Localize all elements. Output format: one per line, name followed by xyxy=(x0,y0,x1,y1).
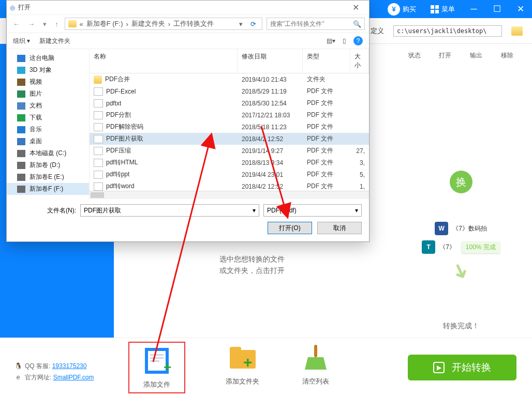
dialog-command-bar: 组织 ▾ 新建文件夹 ▤▾ ▯ ? xyxy=(7,33,369,49)
tree-node[interactable]: 本地磁盘 (C:) xyxy=(7,147,89,159)
nav-back-button[interactable]: ← xyxy=(11,20,22,28)
tree-node[interactable]: 新加卷E (E:) xyxy=(7,171,89,183)
broom-icon xyxy=(301,343,331,373)
horizontal-scrollbar[interactable] xyxy=(90,191,369,199)
curve-arrow-icon: ➜ xyxy=(446,258,475,284)
refresh-icon[interactable]: ⟳ xyxy=(247,20,259,28)
help-icon[interactable]: ? xyxy=(353,36,363,45)
file-row[interactable]: PDF压缩2019/1/14 9:27PDF 文件27, xyxy=(90,145,369,157)
add-file-icon: + xyxy=(142,346,172,376)
site-link[interactable]: SmallPDF.com xyxy=(53,374,94,381)
file-list-header[interactable]: 名称 修改日期 类型 大小 xyxy=(90,49,369,73)
breadcrumb-seg-0[interactable]: 新加卷F (F:) xyxy=(86,19,123,28)
pdf-icon xyxy=(94,182,103,191)
close-button[interactable]: ✕ xyxy=(509,0,532,18)
new-folder-button[interactable]: 新建文件夹 xyxy=(39,37,70,45)
nav-up-button[interactable]: ↑ xyxy=(53,20,61,28)
file-row[interactable]: PDF图片获取2018/4/2 12:52PDF 文件 xyxy=(90,133,369,145)
file-row[interactable]: pdftxt2018/5/30 12:54PDF 文件 xyxy=(90,97,369,109)
start-convert-button[interactable]: ▶ 开始转换 xyxy=(408,355,516,380)
tree-node[interactable]: 3D 对象 xyxy=(7,64,89,76)
search-box[interactable]: 🔍 xyxy=(267,18,365,30)
dialog-titlebar[interactable]: ◎ 打开 ✕ xyxy=(7,1,369,15)
ie-icon: e xyxy=(14,372,22,383)
svg-rect-4 xyxy=(150,360,159,362)
file-row[interactable]: PDF分割2017/12/21 18:03PDF 文件 xyxy=(90,109,369,121)
drive-icon xyxy=(17,67,25,74)
maximize-button[interactable]: ☐ xyxy=(485,0,509,18)
output-path-input[interactable]: c:\users\jackli\desktop\ xyxy=(393,25,502,37)
buy-label: 购买 xyxy=(403,5,416,14)
tree-node[interactable]: 这台电脑 xyxy=(7,52,89,64)
qq-link[interactable]: 1933175230 xyxy=(52,362,87,370)
folder-icon xyxy=(94,75,102,84)
chevron-down-icon[interactable]: ▾ xyxy=(253,207,256,214)
tree-node[interactable]: 图片 xyxy=(7,88,89,100)
nav-forward-button[interactable]: → xyxy=(26,20,37,28)
file-type-filter[interactable]: PDF(*.pdf) ▾ xyxy=(263,204,362,217)
file-row[interactable]: pdf转word2018/4/2 12:52PDF 文件1, xyxy=(90,180,369,191)
file-row[interactable]: pdf转ppt2019/4/4 23:01PDF 文件5, xyxy=(90,169,369,180)
tree-node[interactable]: 新加卷F (F:) xyxy=(7,183,89,195)
tree-node[interactable]: 音乐 xyxy=(7,124,89,135)
minimize-button[interactable]: ─ xyxy=(462,0,485,18)
organize-menu[interactable]: 组织 ▾ xyxy=(13,37,30,45)
nav-tree[interactable]: 这台电脑3D 对象视频图片文档下载音乐桌面本地磁盘 (C:)新加卷 (D:)新加… xyxy=(7,49,90,199)
drive-icon xyxy=(17,102,25,110)
menu-label: 菜单 xyxy=(441,5,455,14)
chevron-down-icon[interactable]: ▾ xyxy=(355,207,358,214)
cancel-button[interactable]: 取消 xyxy=(317,222,362,234)
search-input[interactable] xyxy=(270,20,353,27)
svg-rect-3 xyxy=(150,357,164,359)
support-links: 🐧QQ 客服: 1933175230 e官方网址: SmallPDF.com xyxy=(0,352,114,383)
breadcrumb-dropdown-icon[interactable]: ▾ xyxy=(237,20,244,28)
tree-node[interactable]: 文档 xyxy=(7,100,89,112)
dialog-close-button[interactable]: ✕ xyxy=(345,3,366,12)
drive-icon xyxy=(17,90,25,98)
right-panel: 状态 打开 输出 移除 换 W 《7》数码拍 T 《7》 100% 完成 ➜ 转… xyxy=(390,44,532,338)
nav-recent-button[interactable]: ▾ xyxy=(41,20,49,28)
pdf-icon xyxy=(94,111,103,119)
dialog-nav: ← → ▾ ↑ « 新加卷F (F:) › 新建文件夹 › 工作转换文件 ▾ ⟳… xyxy=(7,15,369,33)
file-row[interactable]: PDF合并2019/4/10 21:43文件夹 xyxy=(90,73,369,85)
preview-pane-button[interactable]: ▯ xyxy=(343,37,346,44)
drive-icon xyxy=(17,126,25,133)
pdf-icon xyxy=(94,99,103,108)
buy-button[interactable]: ¥ 购买 xyxy=(380,0,423,18)
breadcrumb-seg-1[interactable]: 新建文件夹 xyxy=(131,19,165,28)
add-file-button[interactable]: + 添加文件 xyxy=(129,343,184,392)
text-icon: T xyxy=(422,240,435,254)
column-headers: 状态 打开 输出 移除 xyxy=(390,44,532,63)
file-row[interactable]: pdf转HTML2018/8/13 9:34PDF 文件3, xyxy=(90,157,369,169)
result-chip-1[interactable]: W 《7》数码拍 xyxy=(435,222,487,235)
breadcrumb-seg-2[interactable]: 工作转换文件 xyxy=(173,19,214,28)
open-button[interactable]: 打开(O) xyxy=(268,222,312,234)
add-folder-icon: + xyxy=(228,343,258,373)
pdf-icon xyxy=(94,87,103,96)
file-row[interactable]: PDF-Excel2018/5/29 11:19PDF 文件 xyxy=(90,85,369,97)
folder-icon xyxy=(68,20,77,27)
qq-icon: 🐧 xyxy=(14,360,22,372)
file-row[interactable]: PDF解除密码2018/5/18 11:23PDF 文件 xyxy=(90,121,369,133)
menu-button[interactable]: 菜单 xyxy=(423,0,462,18)
view-mode-button[interactable]: ▤▾ xyxy=(327,37,335,44)
filename-input[interactable]: PDF图片获取 ▾ xyxy=(80,204,259,217)
word-icon: W xyxy=(435,222,448,235)
drive-icon xyxy=(17,174,25,181)
breadcrumb[interactable]: « 新加卷F (F:) › 新建文件夹 › 工作转换文件 ▾ ⟳ xyxy=(65,18,263,30)
clear-list-button[interactable]: 清空列表 xyxy=(301,343,331,392)
done-text: 转换完成！ xyxy=(443,322,479,331)
add-folder-button[interactable]: + 添加文件夹 xyxy=(226,343,259,392)
tree-node[interactable]: 视频 xyxy=(7,76,89,88)
browse-folder-icon[interactable] xyxy=(511,26,523,36)
progress-badge: 100% 完成 xyxy=(462,241,500,253)
dialog-title: 打开 xyxy=(18,3,31,12)
filename-label: 文件名(N): xyxy=(14,206,76,215)
drive-icon xyxy=(17,114,25,121)
drive-icon xyxy=(17,138,25,145)
tree-node[interactable]: 下载 xyxy=(7,112,89,124)
tree-node[interactable]: 新加卷 (D:) xyxy=(7,159,89,171)
tree-node[interactable]: 桌面 xyxy=(7,135,89,147)
result-chip-2[interactable]: T 《7》 100% 完成 xyxy=(422,240,500,254)
pdf-icon xyxy=(94,171,103,179)
